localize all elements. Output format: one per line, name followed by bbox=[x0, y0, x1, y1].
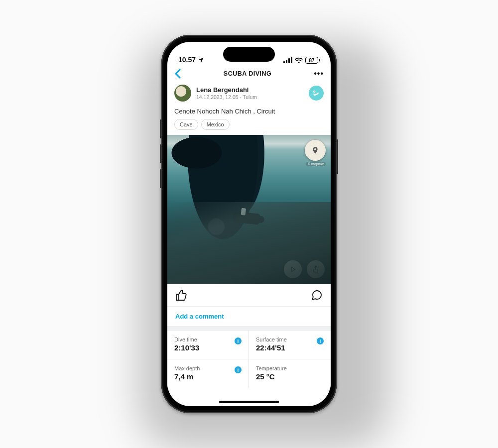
stat-max-depth[interactable]: Max depth 7,4 m i bbox=[167, 359, 249, 388]
stat-value: 2:10'33 bbox=[174, 343, 242, 352]
map-attribution: © mapbox bbox=[306, 162, 326, 166]
stats-grid: Dive time 2:10'33 i Surface time 22:44'5… bbox=[167, 330, 331, 388]
stat-surface-time[interactable]: Surface time 22:44'51 i bbox=[249, 330, 331, 359]
diver-silhouette bbox=[232, 211, 261, 225]
post-header: Lena Bergendahl 14.12.2023, 12.05 · Tulu… bbox=[167, 83, 331, 105]
signal-icon bbox=[283, 57, 292, 63]
map-thumbnail-button[interactable] bbox=[305, 140, 326, 161]
info-icon[interactable]: i bbox=[235, 337, 242, 344]
stat-value: 22:44'51 bbox=[256, 343, 324, 352]
divider bbox=[167, 326, 331, 330]
wifi-icon bbox=[295, 57, 303, 63]
screen: 10.57 87 bbox=[167, 42, 331, 406]
tag[interactable]: Cave bbox=[174, 119, 198, 130]
post-meta: 14.12.2023, 12.05 · Tulum bbox=[196, 94, 257, 100]
post-title: Cenote Nohoch Nah Chich , Circuit bbox=[167, 105, 331, 119]
svg-rect-1 bbox=[286, 60, 287, 63]
page-title: SCUBA DIVING bbox=[224, 70, 272, 77]
share-button[interactable] bbox=[307, 260, 325, 278]
stat-value: 7,4 m bbox=[174, 372, 242, 381]
like-button[interactable] bbox=[175, 289, 187, 301]
activity-badge-diving-icon[interactable] bbox=[309, 86, 324, 101]
author-name[interactable]: Lena Bergendahl bbox=[196, 86, 257, 94]
add-comment-button[interactable]: Add a comment bbox=[167, 306, 331, 326]
stat-label: Temperature bbox=[256, 365, 324, 371]
svg-rect-2 bbox=[288, 58, 290, 63]
svg-rect-0 bbox=[283, 61, 285, 63]
svg-rect-3 bbox=[291, 57, 292, 63]
info-icon[interactable]: i bbox=[317, 337, 324, 344]
svg-point-4 bbox=[314, 91, 315, 93]
home-indicator[interactable] bbox=[219, 401, 279, 403]
share-icon bbox=[312, 265, 319, 273]
back-button[interactable] bbox=[174, 69, 181, 79]
action-bar bbox=[167, 284, 331, 306]
status-time: 10.57 bbox=[178, 56, 196, 64]
nav-bar: SCUBA DIVING ••• bbox=[167, 67, 331, 83]
location-arrow-icon bbox=[198, 57, 204, 63]
map-pin-icon bbox=[311, 146, 319, 154]
avatar[interactable] bbox=[174, 85, 191, 102]
comment-button[interactable] bbox=[311, 289, 323, 301]
tag-list: Cave Mexico bbox=[167, 119, 331, 135]
stat-label: Dive time bbox=[174, 336, 242, 342]
more-button[interactable]: ••• bbox=[314, 69, 324, 78]
stat-label: Max depth bbox=[174, 365, 242, 371]
stat-dive-time[interactable]: Dive time 2:10'33 i bbox=[167, 330, 249, 359]
tag[interactable]: Mexico bbox=[201, 119, 230, 130]
dynamic-island bbox=[223, 47, 275, 62]
stat-label: Surface time bbox=[256, 336, 324, 342]
dive-photo[interactable]: © mapbox bbox=[167, 135, 331, 284]
battery-percent: 87 bbox=[309, 58, 314, 63]
stat-value: 25 °C bbox=[256, 372, 324, 381]
stat-temperature[interactable]: Temperature 25 °C bbox=[249, 359, 331, 388]
battery-indicator: 87 bbox=[305, 57, 320, 64]
play-icon bbox=[289, 266, 296, 273]
phone-frame: 10.57 87 bbox=[161, 35, 337, 413]
play-button[interactable] bbox=[284, 260, 302, 278]
info-icon[interactable]: i bbox=[235, 366, 242, 373]
